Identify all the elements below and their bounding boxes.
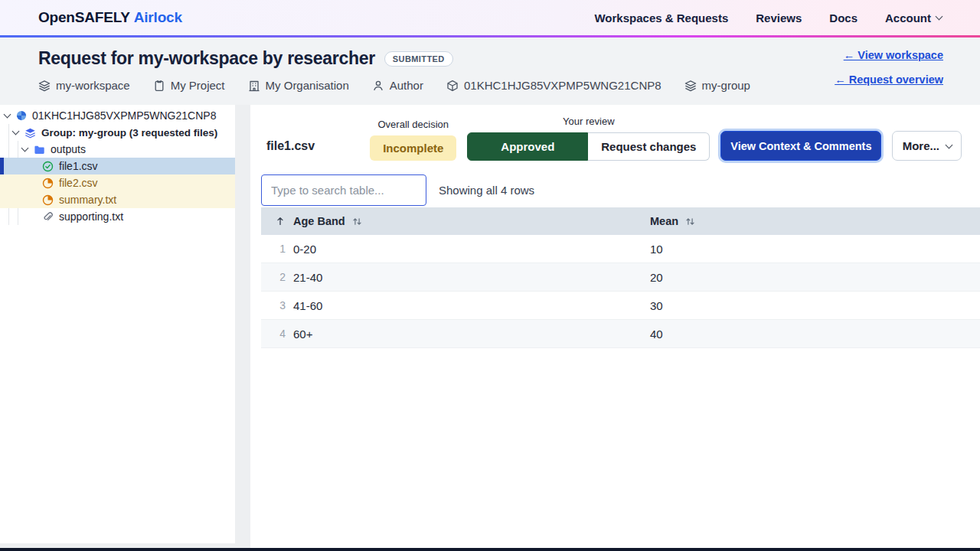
column-header-label: Age Band (293, 215, 345, 227)
row-index: 2 (261, 271, 292, 283)
layers-icon (684, 80, 697, 92)
file-review-panel: file1.csv Overall decision Incomplete Yo… (250, 105, 980, 548)
chevron-down-icon[interactable] (12, 128, 20, 135)
tree-item-label: file1.csv (59, 160, 98, 172)
view-context-comments-button[interactable]: View Context & Comments (720, 131, 881, 161)
column-header-label: Mean (650, 215, 678, 227)
rows-summary: Showing all 4 rows (439, 184, 534, 197)
brand-logo[interactable]: OpenSAFELYAirlock (38, 9, 182, 26)
row-index: 1 (261, 243, 292, 255)
nav-reviews[interactable]: Reviews (756, 11, 802, 24)
cell-mean: 20 (650, 271, 980, 284)
nav-account-menu[interactable]: Account (885, 11, 942, 24)
cell-age-band: 60+ (292, 328, 650, 341)
table-row: 2 21-40 20 (261, 263, 980, 292)
tree-item-group[interactable]: Group: my-group (3 requested files) (0, 124, 235, 141)
request-changes-button[interactable]: Request changes (588, 132, 710, 161)
header-links: ← View workspace ← Request overview (835, 49, 943, 86)
chevron-down-icon (946, 141, 953, 148)
tree-item-file2[interactable]: file2.csv (0, 174, 235, 191)
cell-age-band: 41-60 (292, 299, 650, 312)
tree-item-label: summary.txt (59, 194, 116, 206)
folder-icon (34, 144, 45, 155)
cell-age-band: 21-40 (292, 271, 650, 284)
pending-review-icon (42, 178, 54, 189)
tree-item-outputs-folder[interactable]: outputs (0, 141, 235, 158)
meta-request-id-label: 01KHC1HJG85VXPMP5WNG21CNP8 (464, 79, 662, 92)
your-review-label: Your review (563, 116, 614, 127)
row-index-header[interactable] (261, 216, 292, 227)
page-title: Request for my-workspace by researcher (38, 48, 375, 69)
table-search-row: Showing all 4 rows (261, 174, 980, 206)
top-navbar: OpenSAFELYAirlock Workspaces & Requests … (0, 0, 980, 35)
cell-age-band: 0-20 (292, 243, 650, 256)
cell-mean: 10 (650, 243, 980, 256)
chevron-down-icon (936, 13, 943, 21)
package-icon (446, 80, 459, 92)
review-button-group: Approved Request changes (467, 132, 710, 161)
tree-item-label: file2.csv (59, 177, 98, 189)
column-header-mean[interactable]: Mean (650, 215, 980, 227)
check-circle-icon (42, 161, 54, 172)
decision-incomplete-badge: Incomplete (370, 135, 456, 161)
overall-decision-block: Overall decision Incomplete (370, 119, 456, 161)
row-index: 3 (261, 299, 292, 311)
request-meta-row: my-workspace My Project My Organisation … (38, 79, 943, 92)
layers-icon (38, 80, 51, 92)
brand-airlock: Airlock (134, 9, 182, 25)
file-tree: 01KHC1HJG85VXPMP5WNG21CNP8 Group: my-gro… (0, 105, 235, 225)
tree-item-file1[interactable]: file1.csv (0, 158, 235, 174)
tree-item-label: outputs (51, 143, 86, 155)
sort-icon[interactable] (685, 217, 695, 227)
bottom-edge-bar (0, 548, 980, 551)
meta-workspace: my-workspace (38, 79, 130, 92)
nav-links: Workspaces & Requests Reviews Docs Accou… (594, 11, 942, 24)
tree-item-label: 01KHC1HJG85VXPMP5WNG21CNP8 (32, 109, 216, 122)
user-icon (372, 80, 384, 92)
meta-group-label: my-group (702, 79, 750, 92)
brand-opensafely: OpenSAFELY (38, 9, 130, 25)
nav-workspaces-requests[interactable]: Workspaces & Requests (594, 11, 728, 24)
tree-item-supporting[interactable]: supporting.txt (0, 208, 235, 225)
airlock-page: OpenSAFELYAirlock Workspaces & Requests … (0, 0, 980, 551)
meta-organisation: My Organisation (248, 79, 349, 92)
column-header-age-band[interactable]: Age Band (292, 215, 650, 227)
tree-item-request-root[interactable]: 01KHC1HJG85VXPMP5WNG21CNP8 (0, 107, 235, 124)
more-menu-label: More... (903, 139, 939, 152)
table-search-input[interactable] (261, 174, 426, 206)
meta-request-id: 01KHC1HJG85VXPMP5WNG21CNP8 (446, 79, 662, 92)
request-header: Request for my-workspace by researcher S… (0, 37, 980, 105)
view-workspace-link[interactable]: ← View workspace (844, 49, 943, 61)
meta-organisation-label: My Organisation (266, 79, 349, 92)
tree-item-label: supporting.txt (59, 210, 123, 223)
meta-author-label: Author (390, 79, 423, 92)
request-overview-link[interactable]: ← Request overview (835, 73, 943, 86)
meta-project-label: My Project (171, 79, 225, 92)
status-badge: SUBMITTED (384, 51, 453, 67)
arrow-up-icon (275, 216, 286, 227)
more-menu-button[interactable]: More... (892, 131, 962, 161)
clipboard-icon (153, 80, 165, 92)
data-table: Age Band Mean 1 0-20 10 2 21-40 20 3 (261, 207, 980, 348)
table-row: 4 60+ 40 (261, 320, 980, 348)
tree-item-summary[interactable]: summary.txt (0, 191, 235, 208)
approved-button[interactable]: Approved (467, 132, 588, 161)
chevron-down-icon[interactable] (21, 145, 29, 152)
sort-icon[interactable] (352, 217, 362, 227)
table-row: 1 0-20 10 (261, 235, 980, 263)
request-icon (16, 110, 27, 121)
file-tree-sidebar: 01KHC1HJG85VXPMP5WNG21CNP8 Group: my-gro… (0, 105, 235, 543)
cell-mean: 40 (650, 328, 980, 341)
your-review-block: Your review Approved Request changes (467, 116, 710, 161)
table-row: 3 41-60 30 (261, 292, 980, 320)
overall-decision-label: Overall decision (378, 119, 449, 130)
review-toolbar: file1.csv Overall decision Incomplete Yo… (261, 116, 980, 161)
meta-group: my-group (684, 79, 750, 92)
building-icon (248, 80, 260, 92)
nav-docs[interactable]: Docs (829, 11, 858, 24)
title-row: Request for my-workspace by researcher S… (38, 48, 943, 69)
table-header-row: Age Band Mean (261, 207, 980, 235)
chevron-down-icon[interactable] (4, 111, 11, 119)
meta-author: Author (372, 79, 423, 92)
layers-icon (24, 127, 36, 139)
